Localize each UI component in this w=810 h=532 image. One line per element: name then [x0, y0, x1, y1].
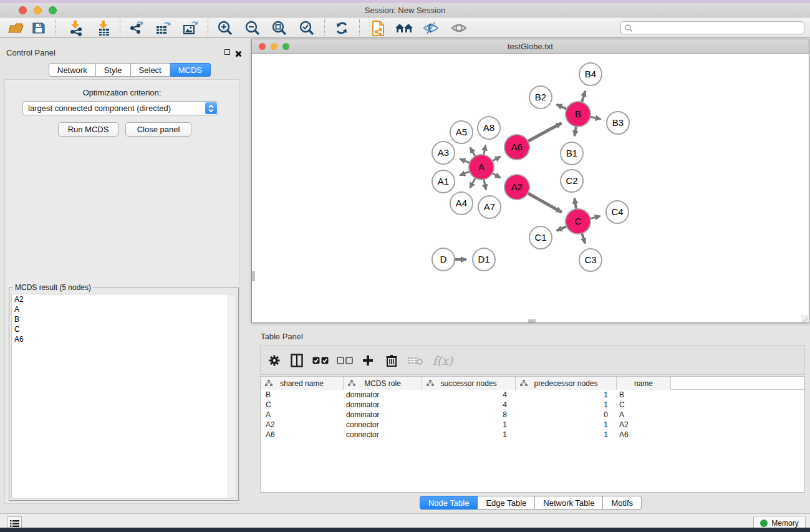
horizontal-scroll-nub[interactable]: [528, 319, 536, 322]
tab-edge-table[interactable]: Edge Table: [478, 496, 535, 510]
vertical-scroll-nub[interactable]: [252, 271, 255, 281]
resize-grip-icon[interactable]: [801, 315, 808, 322]
table-row[interactable]: A2connector11A2: [261, 420, 804, 430]
edge-A-A6[interactable]: [492, 157, 501, 162]
edge-A-A8[interactable]: [484, 145, 486, 156]
run-mcds-button[interactable]: Run MCDS: [58, 122, 118, 137]
zoom-in-icon[interactable]: [215, 19, 236, 37]
tab-select[interactable]: Select: [131, 63, 170, 77]
cell[interactable]: C: [261, 400, 344, 410]
tab-network-table[interactable]: Network Table: [535, 496, 603, 510]
tab-network[interactable]: Network: [49, 63, 96, 77]
result-scrollbar[interactable]: [228, 294, 236, 498]
edge-C-C2[interactable]: [574, 198, 576, 210]
home-icon[interactable]: [393, 19, 415, 37]
edge-B-B4[interactable]: [582, 91, 586, 103]
save-session-icon[interactable]: [28, 19, 49, 37]
close-window-icon[interactable]: [19, 6, 27, 14]
edge-C-C4[interactable]: [589, 216, 600, 218]
column-header-predecessor-nodes[interactable]: predecessor nodes: [516, 377, 617, 390]
edge-B-B1[interactable]: [574, 126, 576, 137]
edge-A6-B[interactable]: [528, 123, 562, 142]
column-visibility-icon[interactable]: [288, 352, 306, 369]
add-column-icon[interactable]: [359, 352, 377, 369]
delete-table-icon[interactable]: [407, 352, 424, 369]
maximize-window-icon[interactable]: [49, 6, 57, 14]
open-session-icon[interactable]: [5, 19, 26, 37]
cell[interactable]: A6: [261, 430, 344, 440]
result-item[interactable]: A6: [12, 334, 236, 344]
minimize-window-icon[interactable]: [34, 6, 42, 14]
cell[interactable]: dominator: [344, 410, 422, 420]
refresh-icon[interactable]: [331, 19, 352, 37]
cell[interactable]: 1: [516, 400, 617, 410]
edge-C-C1[interactable]: [557, 226, 567, 231]
cell[interactable]: C: [617, 400, 671, 410]
tab-mcds[interactable]: MCDS: [170, 63, 211, 77]
float-panel-icon[interactable]: [224, 49, 230, 55]
table-options-icon[interactable]: [266, 352, 283, 369]
edge-A-A3[interactable]: [460, 159, 470, 163]
export-table-icon[interactable]: [152, 19, 173, 37]
cell[interactable]: 1: [422, 430, 516, 440]
result-item[interactable]: C: [12, 324, 236, 334]
cell[interactable]: connector: [344, 420, 422, 430]
function-builder-icon[interactable]: f(x): [430, 352, 455, 369]
criterion-dropdown[interactable]: largest connected component (directed): [22, 101, 218, 115]
edge-B-B2[interactable]: [557, 104, 567, 109]
cell[interactable]: 8: [422, 410, 516, 420]
close-view-icon[interactable]: [259, 43, 266, 50]
cell[interactable]: 1: [516, 390, 617, 400]
close-panel-button[interactable]: Close panel: [125, 122, 191, 137]
result-item[interactable]: B: [12, 314, 236, 324]
column-header-shared-name[interactable]: shared name: [261, 377, 344, 390]
delete-column-icon[interactable]: [383, 352, 400, 369]
table-row[interactable]: A6connector11A6: [261, 430, 804, 440]
cell[interactable]: 4: [422, 390, 516, 400]
column-header-mcds-role[interactable]: MCDS role: [344, 377, 422, 390]
tab-style[interactable]: Style: [96, 63, 131, 77]
cell[interactable]: 4: [422, 400, 516, 410]
cell[interactable]: A6: [617, 430, 671, 440]
maximize-view-icon[interactable]: [282, 43, 289, 50]
import-network-icon[interactable]: [65, 19, 87, 37]
edge-C-C3[interactable]: [582, 233, 586, 243]
column-header-name[interactable]: name: [617, 377, 671, 390]
edge-A-A2[interactable]: [492, 173, 501, 178]
search-field[interactable]: [620, 21, 804, 34]
edge-A-A1[interactable]: [460, 172, 470, 175]
export-image-icon[interactable]: [180, 19, 201, 37]
edge-A-A4[interactable]: [470, 178, 476, 188]
cell[interactable]: B: [617, 390, 671, 400]
cell[interactable]: 0: [516, 410, 617, 420]
deselect-all-icon[interactable]: [336, 352, 354, 369]
cell[interactable]: dominator: [344, 400, 422, 410]
network-graph-canvas[interactable]: AA1A2A3A4A5A6A7A8BB1B2B3B4CC1C2C3C4DD1: [252, 54, 809, 321]
tab-motifs[interactable]: Motifs: [603, 496, 642, 510]
table-row[interactable]: Adominator80A: [261, 410, 804, 420]
edge-A2-C[interactable]: [528, 193, 562, 212]
export-network-icon[interactable]: [125, 19, 147, 37]
zoom-fit-icon[interactable]: [269, 19, 290, 37]
cell[interactable]: dominator: [344, 390, 422, 400]
network-from-file-icon[interactable]: [368, 19, 389, 37]
close-panel-icon[interactable]: [234, 51, 241, 57]
cell[interactable]: A: [617, 410, 671, 420]
import-table-icon[interactable]: [94, 19, 115, 37]
tab-node-table[interactable]: Node Table: [420, 496, 478, 510]
cell[interactable]: 1: [422, 420, 516, 430]
column-header-successor-nodes[interactable]: successor nodes: [422, 377, 516, 390]
table-row[interactable]: Cdominator41C: [261, 400, 804, 410]
result-item[interactable]: A: [12, 304, 236, 314]
edge-B-B3[interactable]: [590, 117, 601, 119]
hide-panels-icon[interactable]: [420, 19, 441, 37]
edge-A-A7[interactable]: [484, 179, 486, 190]
table-row[interactable]: Bdominator41B: [261, 390, 804, 400]
select-all-icon[interactable]: [312, 352, 329, 369]
cell[interactable]: B: [261, 390, 344, 400]
cell[interactable]: A2: [617, 420, 671, 430]
mcds-result-list[interactable]: A2ABCA6: [11, 294, 236, 498]
cell[interactable]: A: [261, 410, 344, 420]
zoom-selected-icon[interactable]: [296, 19, 317, 37]
zoom-out-icon[interactable]: [242, 19, 263, 37]
